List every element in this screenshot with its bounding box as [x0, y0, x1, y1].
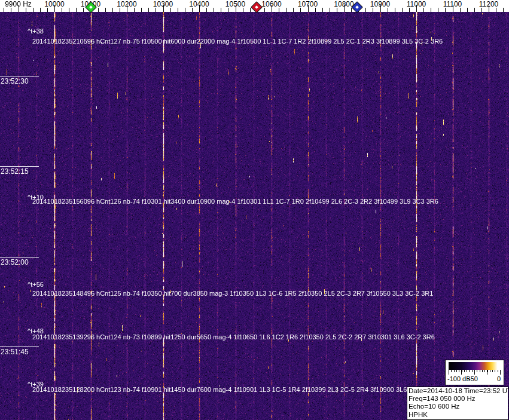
- axis-label: 10400: [189, 0, 209, 8]
- axis-tick: [26, 8, 26, 12]
- color-scale-ruler: [449, 370, 501, 375]
- detection-data-line: 20141018235148496 hCnt125 nb-74 f10350 h…: [32, 290, 433, 297]
- axis-tick: [112, 8, 113, 12]
- detection-data-line: 20141018235156096 hCnt126 nb-74 f10301 h…: [32, 198, 438, 205]
- axis-tick: [120, 8, 120, 12]
- info-station-code: HPHK: [409, 411, 507, 419]
- scale-db-label: -50: [468, 375, 478, 382]
- color-scale-legend: -100 dB-500: [445, 360, 504, 385]
- time-label: 23:52:15: [1, 167, 29, 176]
- axis-tick: [185, 8, 185, 12]
- axis-tick: [337, 8, 337, 12]
- axis-tick: [156, 8, 156, 12]
- detection-tag: ^t+56: [28, 281, 44, 288]
- time-tick-line: [0, 347, 39, 347]
- axis-tick: [286, 8, 286, 12]
- info-echo: Echo=10 600 Hz: [409, 403, 507, 410]
- axis-tick: [460, 8, 461, 12]
- axis-tick: [315, 8, 316, 12]
- axis-tick: [11, 8, 11, 12]
- red-diamond-marker[interactable]: [251, 1, 263, 13]
- axis-tick: [467, 8, 468, 12]
- spectrogram-waterfall[interactable]: [0, 12, 509, 420]
- axis-tick: [141, 8, 142, 12]
- marker-highlight-dot: [355, 5, 359, 9]
- axis-label: 10500: [225, 0, 245, 8]
- axis-label: 10000: [44, 0, 64, 8]
- color-scale-gradient: [449, 362, 500, 370]
- axis-tick: [33, 8, 33, 12]
- axis-label: 11100: [443, 0, 462, 8]
- axis-tick: [388, 8, 388, 12]
- axis-tick: [250, 8, 251, 12]
- axis-tick: [322, 8, 323, 12]
- axis-label: 10300: [153, 0, 173, 8]
- time-tick-line: [0, 257, 39, 257]
- detection-data-line: 20141018235139296 hCnt124 nb-73 f10899 h…: [32, 333, 435, 341]
- axis-label: 10200: [117, 0, 136, 8]
- axis-tick: [279, 8, 279, 12]
- axis-tick: [438, 8, 438, 12]
- axis-tick: [474, 8, 475, 12]
- axis-label: 9900 Hz: [5, 0, 32, 8]
- scale-db-label: -100 dB: [447, 375, 471, 382]
- axis-label: 11000: [407, 0, 426, 8]
- axis-tick: [98, 8, 99, 12]
- axis-tick: [134, 8, 135, 12]
- marker-highlight-dot: [89, 5, 93, 9]
- detection-tag: ^t+38: [28, 27, 44, 35]
- axis-label: 10600: [261, 0, 281, 8]
- scale-db-label: 0: [497, 375, 501, 382]
- axis-tick: [4, 8, 4, 12]
- axis-tick: [221, 8, 221, 12]
- time-label: 23:52:30: [1, 77, 29, 85]
- axis-tick: [228, 8, 228, 12]
- axis-label: 10900: [370, 0, 390, 8]
- time-label: 23:51:45: [1, 348, 29, 356]
- axis-tick: [330, 8, 330, 12]
- time-label: 23:52:00: [1, 258, 29, 266]
- axis-tick: [69, 8, 69, 12]
- axis-tick: [395, 8, 395, 12]
- spectrogram-window: 9900 Hz100001010010200103001040010500106…: [0, 0, 509, 420]
- axis-tick: [402, 8, 403, 12]
- axis-tick: [365, 8, 366, 12]
- axis-tick: [192, 8, 193, 12]
- axis-label: 11200: [479, 0, 498, 8]
- axis-tick: [206, 8, 207, 12]
- info-frequency: Freq=143 050 000 Hz: [409, 395, 507, 403]
- time-tick-line: [0, 76, 39, 76]
- marker-highlight-dot: [255, 5, 258, 9]
- axis-tick: [170, 8, 171, 12]
- axis-tick: [293, 8, 294, 12]
- axis-tick: [83, 8, 84, 12]
- frequency-axis: 9900 Hz100001010010200103001040010500106…: [0, 0, 509, 12]
- axis-tick: [76, 8, 77, 12]
- time-tick-line: [0, 166, 39, 167]
- axis-tick: [300, 8, 301, 12]
- axis-tick: [264, 8, 265, 12]
- axis-tick: [496, 8, 496, 12]
- axis-tick: [148, 8, 149, 12]
- axis-tick: [481, 8, 482, 12]
- axis-tick: [431, 8, 431, 12]
- axis-tick: [62, 8, 62, 12]
- axis-tick: [40, 8, 41, 12]
- axis-tick: [243, 8, 243, 12]
- axis-tick: [47, 8, 48, 12]
- axis-tick: [409, 8, 410, 12]
- axis-tick: [445, 8, 446, 12]
- axis-tick: [351, 8, 352, 12]
- axis-tick: [105, 8, 106, 12]
- axis-tick: [503, 8, 504, 12]
- detection-data-line: 20141018235128200 hCnt123 nb-74 f10901 h…: [32, 386, 412, 393]
- info-date-time: Date=2014-10-18 Time=23:52 UTC: [409, 387, 507, 395]
- axis-tick: [373, 8, 373, 12]
- axis-tick: [178, 8, 178, 12]
- axis-tick: [423, 8, 424, 12]
- status-info-box: Date=2014-10-18 Time=23:52 UTC Freq=143 …: [407, 387, 508, 420]
- axis-tick: [214, 8, 214, 12]
- axis-label: 10700: [298, 0, 318, 8]
- detection-data-line: 20141018235210596 hCnt127 nb-75 f10500 h…: [32, 38, 443, 45]
